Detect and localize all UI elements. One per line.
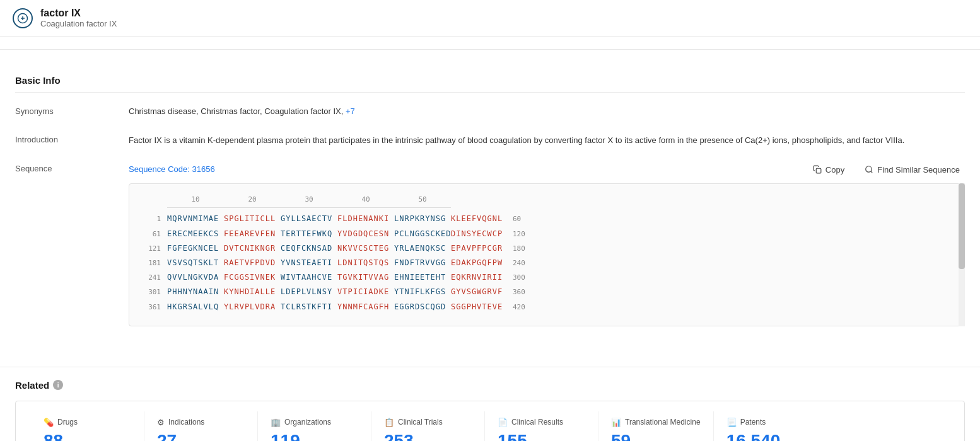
related-item-icon: 📃 — [726, 418, 737, 427]
seq-end-num: 180 — [508, 243, 525, 255]
related-info-icon[interactable]: i — [53, 380, 63, 390]
related-title-text: Related — [15, 380, 49, 391]
header-text: factor IX Coagulation factor IX — [40, 8, 117, 28]
sequence-ruler: 10 20 30 40 50 — [136, 194, 958, 205]
synonyms-text: Christmas disease, Christmas factor, Coa… — [129, 106, 343, 116]
seq-chunk: HKGRSALVLQ — [167, 301, 224, 313]
related-item-icon: 🏢 — [271, 418, 281, 427]
related-count-row: 253↑1 — [384, 431, 472, 441]
seq-chunk: CEQFCKNSAD — [281, 243, 337, 255]
seq-chunk: YNNMFCAGFH — [337, 301, 394, 313]
seq-start-num: 361 — [136, 302, 167, 313]
related-count-row: 59 — [611, 431, 701, 441]
related-item-header: 📄Clinical Results — [498, 418, 585, 427]
related-item[interactable]: 💊Drugs88 — [31, 411, 144, 441]
seq-chunk: GYVSGWGRVF — [451, 286, 508, 298]
seq-chunk: PHHNYNAAIN — [167, 286, 224, 298]
sequence-data-row: 121FGFEGKNCELDVTCNIKNGRCEQFCKNSADNKVVCSC… — [136, 243, 958, 255]
seq-chunk: SGGPHVTEVE — [451, 301, 508, 313]
sequence-content: Sequence Code: 31656 Copy — [129, 163, 965, 326]
related-item-icon: 📄 — [498, 418, 508, 427]
synonyms-more-link[interactable]: +7 — [346, 106, 355, 116]
sequence-code-link[interactable]: Sequence Code: 31656 — [129, 163, 215, 176]
svg-point-2 — [866, 166, 872, 172]
related-item-count: 119 — [271, 431, 300, 441]
related-item-count: 27 — [157, 431, 177, 441]
related-container: 💊Drugs88⚙Indications27🏢Organizations119📋… — [15, 401, 965, 441]
related-item-count: 253 — [384, 431, 414, 441]
copy-button[interactable]: Copy — [808, 163, 849, 177]
related-item[interactable]: ⚙Indications27 — [144, 411, 258, 441]
sequence-data-row: 361HKGRSALVLQYLRVPLVDRATCLRSTKFTIYNNMFCA… — [136, 301, 958, 313]
sequence-data-row: 61ERECMEEKCSFEEAREVFENTERTTEFWKQYVDGDQCE… — [136, 228, 958, 240]
seq-chunk: YVDGDQCESN — [337, 228, 394, 240]
related-item-count: 59 — [611, 431, 631, 441]
related-item-label: Clinical Results — [511, 418, 563, 427]
related-count-row: 119 — [271, 431, 358, 441]
introduction-text: Factor IX is a vitamin K-dependent plasm… — [129, 134, 965, 147]
related-item-icon: 📊 — [611, 418, 621, 427]
scrollbar-thumb[interactable] — [959, 183, 965, 269]
related-item-icon: ⚙ — [157, 418, 165, 427]
seq-chunk: KYNHDIALLE — [224, 286, 281, 298]
seq-chunk: DVTCNIKNGR — [224, 243, 281, 255]
related-item-label: Organizations — [284, 418, 331, 427]
seq-chunk: TERTTEFWKQ — [281, 228, 337, 240]
find-similar-button[interactable]: Find Similar Sequence — [860, 163, 965, 177]
copy-icon — [813, 165, 822, 174]
sequence-data-row: 241QVVLNGKVDAFCGGSIVNEKWIVTAAHCVETGVKITV… — [136, 272, 958, 284]
sequence-header: Sequence Code: 31656 Copy — [129, 163, 965, 177]
synonyms-label: Synonyms — [15, 105, 129, 116]
related-item-label: Drugs — [57, 418, 78, 427]
header-title: factor IX — [40, 8, 117, 19]
seq-chunk: FEEAREVFEN — [224, 228, 281, 240]
sequence-data-row: 181VSVSQTSKLTRAETVFPDVDYVNSTEAETILDNITQS… — [136, 257, 958, 269]
page-header: factor IX Coagulation factor IX — [0, 0, 980, 37]
seq-start-num: 241 — [136, 272, 167, 284]
seq-chunk: WIVTAAHCVE — [281, 272, 337, 284]
seq-start-num: 1 — [136, 214, 167, 225]
seq-chunk: YLRVPLVDRA — [224, 301, 281, 313]
seq-start-num: 181 — [136, 258, 167, 269]
related-item-header: 🏢Organizations — [271, 418, 358, 427]
seq-chunk: KLEEFVQGNL — [451, 213, 508, 225]
scrollbar-track[interactable] — [959, 183, 965, 326]
seq-chunk: TCLRSTKFTI — [281, 301, 337, 313]
sequence-box[interactable]: 10 20 30 40 50 1MQRVNMIMAESPGLITICLLGYLL… — [129, 183, 965, 326]
related-item[interactable]: 📊Translational Medicine59 — [598, 411, 714, 441]
sequence-data-row: 1MQRVNMIMAESPGLITICLLGYLLSAECTVFLDHENANK… — [136, 213, 958, 225]
related-item[interactable]: 📋Clinical Trials253↑1 — [371, 411, 485, 441]
seq-chunk: YRLAENQKSC — [394, 243, 451, 255]
related-top-row: 💊Drugs88⚙Indications27🏢Organizations119📋… — [16, 401, 964, 441]
seq-chunk: VTPICIADKE — [337, 286, 394, 298]
ruler-line — [167, 207, 451, 208]
seq-end-num: 120 — [508, 229, 525, 240]
header-subtitle: Coagulation factor IX — [40, 19, 117, 28]
sequence-label: Sequence — [15, 163, 129, 173]
related-count-row: 27 — [157, 431, 245, 441]
seq-chunk: FLDHENANKI — [337, 213, 394, 225]
find-similar-icon — [865, 165, 873, 174]
introduction-label: Introduction — [15, 134, 129, 144]
related-item[interactable]: 📄Clinical Results155 — [485, 411, 598, 441]
related-item-header: 📃Patents — [726, 418, 815, 427]
seq-chunk: EHNIEETEHT — [394, 272, 451, 284]
related-item[interactable]: 📃Patents16,540↑65 — [714, 411, 827, 441]
seq-chunk: YVNSTEAETI — [281, 257, 337, 269]
seq-chunk: EQKRNVIRII — [451, 272, 508, 284]
main-content: Basic Info Synonyms Christmas disease, C… — [0, 62, 980, 354]
related-item-header: 💊Drugs — [44, 418, 131, 427]
related-section: Related i 💊Drugs88⚙Indications27🏢Organiz… — [0, 380, 980, 441]
related-item[interactable]: 🏢Organizations119 — [258, 411, 371, 441]
sequence-data-row: 301PHHNYNAAINKYNHDIALLELDEPLVLNSYVTPICIA… — [136, 286, 958, 298]
header-icon — [13, 8, 33, 28]
seq-chunk: DINSYECWCP — [451, 228, 508, 240]
related-item-label: Translational Medicine — [625, 418, 701, 427]
related-count-row: 155 — [498, 431, 585, 441]
seq-chunk: FNDFTRVVGG — [394, 257, 451, 269]
seq-start-num: 121 — [136, 243, 167, 255]
seq-chunk: LDNITQSTQS — [337, 257, 394, 269]
seq-chunk: YTNIFLKFGS — [394, 286, 451, 298]
sequence-actions: Copy Find Similar Sequence — [808, 163, 965, 177]
related-item-label: Patents — [740, 418, 766, 427]
